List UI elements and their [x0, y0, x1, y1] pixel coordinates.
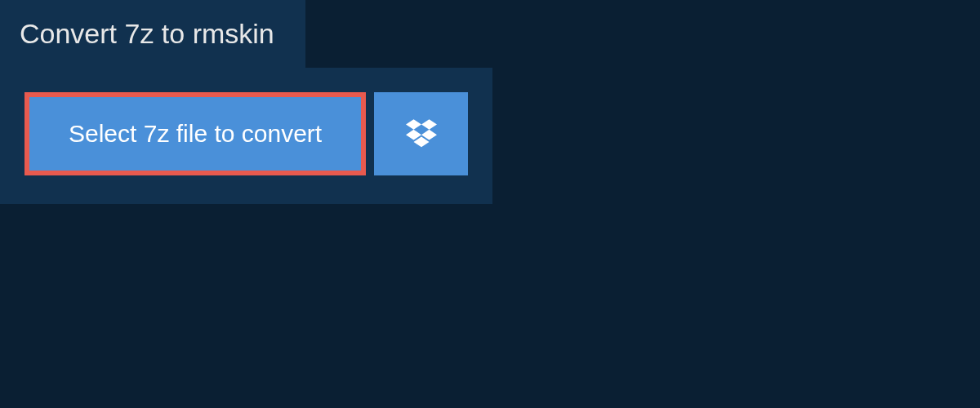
upload-panel: Select 7z file to convert	[0, 68, 492, 204]
tab-bar: Convert 7z to rmskin	[0, 0, 980, 68]
select-file-button[interactable]: Select 7z file to convert	[24, 92, 366, 175]
select-file-label: Select 7z file to convert	[69, 120, 322, 148]
dropbox-upload-button[interactable]	[374, 92, 468, 175]
tab-title: Convert 7z to rmskin	[20, 18, 274, 49]
dropbox-icon	[406, 117, 437, 151]
tab-convert[interactable]: Convert 7z to rmskin	[0, 0, 305, 68]
